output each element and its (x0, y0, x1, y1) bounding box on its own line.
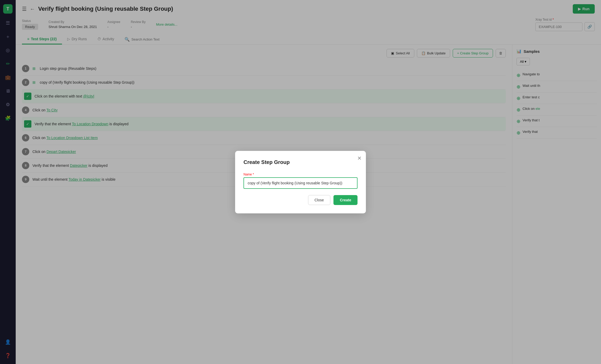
modal-actions: Close Create (243, 195, 358, 205)
modal-close-button[interactable]: Close (308, 195, 331, 205)
modal-title: Create Step Group (243, 159, 358, 165)
modal-close-x-button[interactable]: ✕ (357, 155, 362, 161)
modal-overlay: Create Step Group ✕ Name * Close Create (0, 0, 601, 364)
modal-name-label: Name * (243, 173, 358, 176)
modal-create-button[interactable]: Create (333, 195, 358, 205)
create-step-group-modal: Create Step Group ✕ Name * Close Create (235, 151, 366, 213)
modal-name-field: Name * (243, 173, 358, 189)
modal-name-input[interactable] (243, 177, 358, 189)
